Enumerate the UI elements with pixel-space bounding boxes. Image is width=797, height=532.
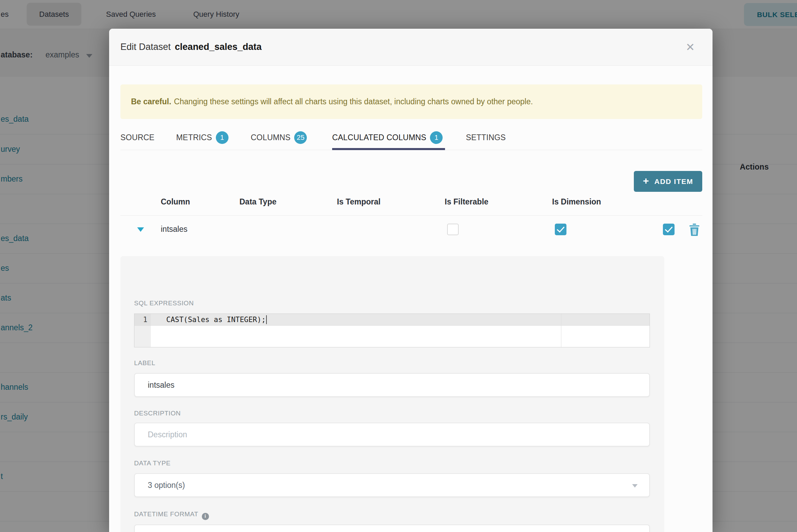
datetime-format-field-label: DATETIME FORMATi <box>134 510 209 520</box>
header-column: Column <box>161 197 190 207</box>
tab-calculated-columns-label: CALCULATED COLUMNS <box>332 133 426 142</box>
is-dimension-checkbox[interactable] <box>663 224 675 235</box>
tab-metrics-label: METRICS <box>176 133 212 142</box>
data-type-field-label: DATA TYPE <box>134 460 171 467</box>
sql-code-line: CAST(Sales as INTEGER); <box>166 314 267 326</box>
tab-settings-label: SETTINGS <box>466 133 506 142</box>
editor-gutter-active <box>134 314 151 326</box>
data-type-selected-value: 3 option(s) <box>148 481 185 490</box>
sql-expression-label: SQL EXPRESSION <box>134 300 194 307</box>
add-item-label: ADD ITEM <box>654 177 693 186</box>
header-is-dimension: Is Dimension <box>552 197 601 207</box>
label-field-label: LABEL <box>134 359 155 367</box>
data-type-select[interactable]: 3 option(s) <box>134 473 650 497</box>
tab-columns[interactable]: COLUMNS 25 <box>251 127 307 148</box>
label-input[interactable] <box>134 373 650 397</box>
datetime-format-input[interactable] <box>134 524 650 532</box>
modal-header: Edit Dataset cleaned_sales_data ✕ <box>109 29 713 66</box>
tab-settings[interactable]: SETTINGS <box>466 127 506 148</box>
columns-count-badge: 25 <box>294 131 307 144</box>
edit-dataset-modal: Edit Dataset cleaned_sales_data ✕ Be car… <box>109 29 713 532</box>
warning-banner: Be careful. Changing these settings will… <box>120 84 702 119</box>
header-data-type: Data Type <box>239 197 276 207</box>
header-is-filterable: Is Filterable <box>445 197 488 207</box>
calculated-column-detail-panel: SQL EXPRESSION 1 CAST(Sales as INTEGER);… <box>120 256 664 532</box>
active-tab-inkbar <box>332 148 445 150</box>
plus-icon: + <box>643 175 649 187</box>
header-is-temporal: Is Temporal <box>337 197 380 207</box>
warning-text: Changing these settings will affect all … <box>174 97 533 106</box>
is-temporal-checkbox[interactable] <box>447 224 459 235</box>
editor-print-margin <box>561 314 561 347</box>
metrics-count-badge: 1 <box>216 131 228 144</box>
description-field-label: DESCRIPTION <box>134 410 181 417</box>
description-input[interactable] <box>134 423 650 447</box>
editor-gutter: 1 <box>134 314 151 347</box>
sql-expression-code-editor[interactable]: 1 CAST(Sales as INTEGER); <box>134 314 650 347</box>
table-header-divider <box>120 215 702 216</box>
add-item-button[interactable]: + ADD ITEM <box>634 171 702 192</box>
info-icon[interactable]: i <box>202 513 209 520</box>
calculated-columns-count-badge: 1 <box>430 131 443 144</box>
tab-source[interactable]: SOURCE <box>120 127 155 148</box>
sql-code-text: CAST(Sales as INTEGER); <box>166 316 266 324</box>
is-filterable-checkbox[interactable] <box>555 224 566 235</box>
close-icon[interactable]: ✕ <box>678 29 702 65</box>
tab-source-label: SOURCE <box>120 133 155 142</box>
editor-line-number: 1 <box>143 314 147 326</box>
modal-title-dataset-name: cleaned_sales_data <box>175 42 262 52</box>
select-caret-icon <box>632 484 638 488</box>
editor-text-cursor <box>266 315 267 324</box>
tab-calculated-columns[interactable]: CALCULATED COLUMNS 1 <box>332 127 443 148</box>
modal-title: Edit Dataset cleaned_sales_data <box>120 29 262 65</box>
tab-metrics[interactable]: METRICS 1 <box>176 127 228 148</box>
delete-trash-icon[interactable] <box>689 224 700 236</box>
datetime-format-label-text: DATETIME FORMAT <box>134 510 198 518</box>
modal-title-prefix: Edit Dataset <box>120 42 171 52</box>
screen: es Datasets Saved Queries Query History … <box>0 0 797 532</box>
warning-bold: Be careful. <box>131 97 171 106</box>
collapse-row-caret-icon[interactable] <box>137 227 144 232</box>
calculated-column-name: intsales <box>161 225 187 234</box>
tab-columns-label: COLUMNS <box>251 133 290 142</box>
